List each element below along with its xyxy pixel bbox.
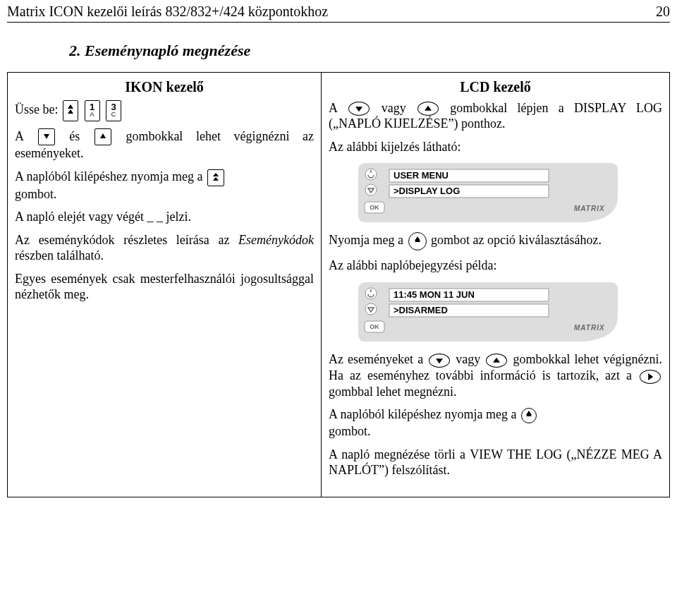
left-line-5: Az eseménykódok részletes leírása az Ese… [15, 232, 314, 264]
col-lcd-title: LCD kezelő [329, 78, 662, 96]
svg-marker-3 [100, 133, 106, 138]
svg-marker-0 [68, 104, 73, 109]
right-line-7: A napló megnézése törli a VIEW THE LOG (… [329, 447, 662, 478]
lcd1-line1: USER MENU [394, 170, 449, 181]
right-line-6: A naplóból kilépéshez nyomja meg a gombo… [329, 406, 662, 439]
col-ikon-title: IKON kezelő [15, 78, 314, 96]
columns: IKON kezelő Üsse be: 1 A 3 C [7, 72, 670, 497]
header-page: 20 [656, 3, 670, 20]
svg-text:OK: OK [370, 323, 379, 330]
oval-up-icon-2 [486, 354, 507, 368]
lcd2-line1: 11:45 MON 11 JUN [394, 289, 475, 300]
right-line-2: Az alábbi kijelzés látható: [329, 139, 662, 155]
right-line-5: Az eseményeket a vagy gombokkal lehet vé… [329, 351, 662, 399]
svg-marker-4 [213, 173, 219, 176]
left-line-2: A és gombokkal lehet végignézni az esemé… [15, 128, 314, 162]
lcd-brand-2: MATRIX [574, 324, 605, 332]
circle-double-up-icon-2 [521, 408, 537, 423]
left-line-1: Üsse be: 1 A 3 C [15, 100, 314, 121]
key-double-up-b [207, 169, 224, 186]
column-ikon: IKON kezelő Üsse be: 1 A 3 C [8, 73, 322, 497]
svg-point-7 [365, 184, 377, 195]
header-title: Matrix ICON kezelői leírás 832/832+/424 … [7, 3, 328, 20]
page-header: Matrix ICON kezelői leírás 832/832+/424 … [7, 3, 670, 23]
key-down [38, 128, 55, 145]
section-title: 2. Eseménynapló megnézése [69, 41, 670, 61]
oval-down-icon-2 [429, 354, 450, 368]
left-line-3: A naplóból kilépéshez nyomja meg a gombo… [15, 169, 314, 202]
svg-marker-1 [68, 109, 73, 114]
lcd-panel-2: OK 11:45 MON 11 JUN >DISARMED MATRIX [351, 281, 619, 344]
lcd-brand-1: MATRIX [574, 205, 605, 212]
lcd-panel-1: OK USER MENU >DISPLAY LOG MATRIX [351, 162, 619, 225]
column-lcd: LCD kezelő A vagy gombokkal lépjen a DIS… [322, 73, 669, 497]
oval-up-icon [417, 102, 439, 116]
key-1a: 1 A [85, 100, 100, 121]
svg-marker-2 [44, 134, 49, 139]
svg-marker-5 [213, 177, 219, 181]
key-3c: 3 C [106, 100, 121, 121]
svg-point-13 [365, 303, 377, 315]
page: Matrix ICON kezelői leírás 832/832+/424 … [0, 0, 677, 505]
lcd1-line2: >DISPLAY LOG [394, 186, 460, 196]
right-line-1: A vagy gombokkal lépjen a DISPLAY LOG (N… [329, 100, 662, 132]
oval-down-icon [348, 102, 370, 116]
left-line-4: A napló elejét vagy végét _ _ jelzi. [15, 209, 314, 225]
key-double-up-a [63, 100, 78, 121]
lcd2-line2: >DISARMED [394, 305, 448, 315]
left-line-6: Egyes események csak mesterfelhasználói … [15, 271, 314, 303]
right-line-3: Nyomja meg a gombot az opció kiválasz­tá… [329, 232, 662, 250]
key-up [94, 128, 111, 145]
right-line-4: Az alábbi naplóbejegyzési példa: [329, 258, 662, 274]
oval-right-icon [640, 370, 661, 384]
circle-double-up-icon [408, 232, 427, 250]
svg-text:OK: OK [370, 204, 379, 211]
